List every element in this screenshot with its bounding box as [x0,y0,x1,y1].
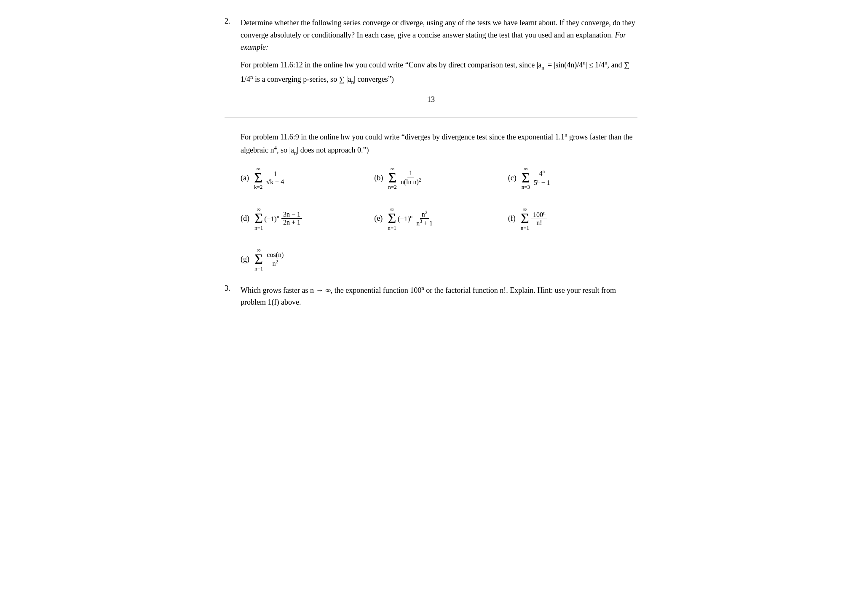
series-e-label: (e) [374,214,383,223]
series-f-label: (f) [508,214,516,223]
series-d-expr: ∞ Σ n=1 (−1)n 3n − 1 2n + 1 [254,206,303,230]
problem-2-intro: Determine whether the following series c… [241,17,637,53]
series-a-label: (a) [241,174,249,182]
problem-number-2: 2. [225,17,237,53]
for-example-label: For example: [241,31,626,51]
series-g: (g) ∞ Σ n=1 cos(n) n2 [241,247,637,271]
series-b-label: (b) [374,174,383,182]
series-g-expr: ∞ Σ n=1 cos(n) n2 [254,247,286,271]
series-f: (f) ∞ Σ n=1 100n n! [508,206,637,230]
series-f-expr: ∞ Σ n=1 100n n! [521,206,548,230]
series-grid: (a) ∞ Σ k=2 1 √k + 4 (b) [241,166,637,271]
problem-2: 2. Determine whether the following serie… [225,17,637,271]
diverge-example-block: For problem 11.6:9 in the online hw you … [241,130,637,158]
series-a: (a) ∞ Σ k=2 1 √k + 4 [241,166,370,190]
series-c-expr: ∞ Σ n=3 4n 5n − 1 [522,166,553,190]
section-divider [225,117,637,118]
series-g-label: (g) [241,255,249,264]
series-b: (b) ∞ Σ n=2 1 n(ln n)2 [374,166,503,190]
page-number: 13 [225,95,637,104]
problem-3-text: Which grows faster as n → ∞, the exponen… [241,284,637,309]
series-d: (d) ∞ Σ n=1 (−1)n 3n − 1 2n + 1 [241,206,370,230]
problem-number-3: 3. [225,284,237,309]
series-e-expr: ∞ Σ n=1 (−1)n n2 n3 + 1 [388,206,435,230]
series-b-expr: ∞ Σ n=2 1 n(ln n)2 [388,166,423,190]
series-c-label: (c) [508,174,517,182]
example-block: For problem 11.6:12 in the online hw you… [241,58,637,86]
series-e: (e) ∞ Σ n=1 (−1)n n2 n3 + 1 [374,206,503,230]
problem-3: 3. Which grows faster as n → ∞, the expo… [225,284,637,309]
series-d-label: (d) [241,214,249,223]
series-a-expr: ∞ Σ k=2 1 √k + 4 [254,166,286,190]
series-c: (c) ∞ Σ n=3 4n 5n − 1 [508,166,637,190]
